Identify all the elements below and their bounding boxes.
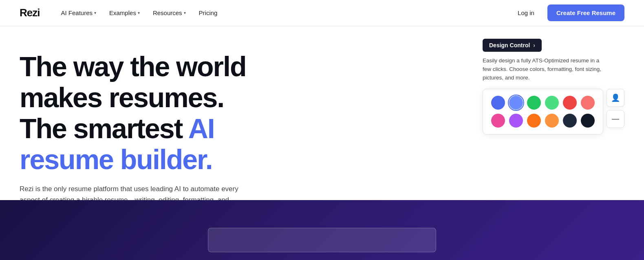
nav-item-resources[interactable]: Resources ▾ (148, 6, 191, 20)
chevron-down-icon-3: ▾ (184, 11, 186, 15)
design-control-description: Easily design a fully ATS-Optimized resu… (483, 57, 609, 82)
color-row-1 (491, 96, 595, 110)
login-button[interactable]: Log in (511, 6, 541, 20)
hero-headline-line2-prefix: The smartest (20, 113, 188, 144)
design-control-label: Design Control (489, 42, 530, 48)
color-swatch-light-blue[interactable] (509, 96, 523, 110)
brand-logo[interactable]: Rezi (20, 7, 40, 19)
design-control-panel: Design Control › Easily design a fully A… (483, 39, 624, 134)
color-swatch-black[interactable] (581, 114, 595, 128)
nav-label-examples: Examples (109, 9, 136, 16)
color-swatch-light-orange[interactable] (545, 114, 559, 128)
minus-button[interactable]: — (607, 110, 624, 128)
nav-links: AI Features ▾ Examples ▾ Resources ▾ Pri… (56, 6, 511, 20)
hero-section: The way the world makes resumes. The sma… (0, 26, 644, 260)
color-swatch-orange[interactable] (527, 114, 541, 128)
create-resume-button[interactable]: Create Free Resume (547, 4, 624, 21)
arrow-right-icon: › (533, 42, 535, 48)
design-control-badge[interactable]: Design Control › (483, 39, 542, 52)
chevron-down-icon-2: ▾ (138, 11, 140, 15)
nav-item-examples[interactable]: Examples ▾ (104, 6, 145, 20)
hero-headline-line1: The way the world makes resumes. (20, 51, 246, 113)
color-swatch-light-red[interactable] (581, 96, 595, 110)
nav-label-resources: Resources (153, 9, 182, 16)
color-swatch-blue[interactable] (491, 96, 505, 110)
minus-icon: — (612, 115, 619, 123)
resume-preview-box (208, 228, 436, 252)
side-buttons: 👤 — (607, 89, 624, 128)
navbar: Rezi AI Features ▾ Examples ▾ Resources … (0, 0, 644, 26)
nav-item-pricing[interactable]: Pricing (194, 6, 223, 20)
dark-banner (0, 200, 644, 260)
color-picker-wrapper: 👤 — (483, 89, 624, 134)
hero-headline: The way the world makes resumes. The sma… (20, 51, 305, 175)
color-swatch-dark-navy[interactable] (563, 114, 577, 128)
nav-item-ai-features[interactable]: AI Features ▾ (56, 6, 101, 20)
color-row-2 (491, 114, 595, 128)
nav-label-ai-features: AI Features (61, 9, 93, 16)
color-picker-box (483, 89, 603, 134)
chevron-down-icon: ▾ (94, 11, 96, 15)
color-swatch-light-green[interactable] (545, 96, 559, 110)
avatar-icon: 👤 (611, 93, 620, 102)
avatar-button[interactable]: 👤 (607, 89, 624, 107)
color-swatch-green[interactable] (527, 96, 541, 110)
color-swatch-pink[interactable] (491, 114, 505, 128)
design-control-header: Design Control › (483, 39, 624, 52)
nav-right: Log in Create Free Resume (511, 4, 624, 21)
color-swatch-red[interactable] (563, 96, 577, 110)
color-swatch-purple[interactable] (509, 114, 523, 128)
